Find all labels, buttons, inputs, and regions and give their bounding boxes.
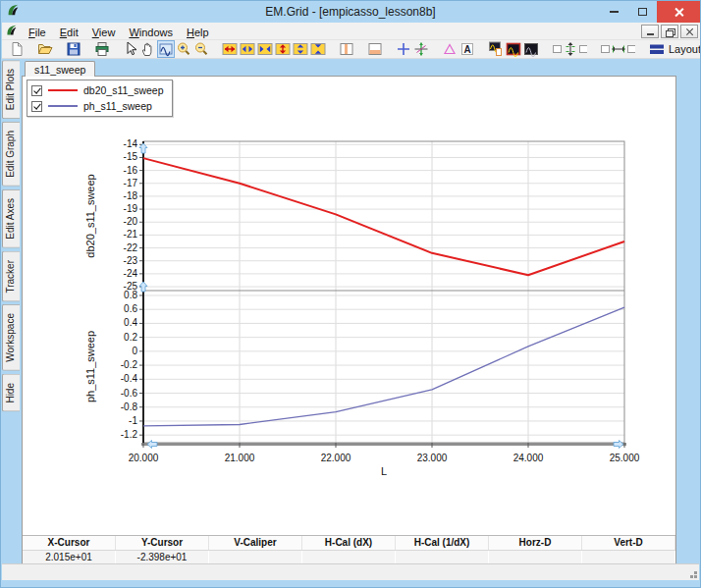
svg-text:-21: -21 bbox=[124, 229, 138, 240]
chart-canvas[interactable]: db20_s11_sweepph_s11_sweep -14-15-16-17-… bbox=[23, 77, 675, 535]
check-icon bbox=[33, 85, 40, 93]
compress-y-icon[interactable] bbox=[309, 40, 327, 58]
check-icon bbox=[33, 101, 40, 109]
compress-x-icon[interactable] bbox=[256, 40, 274, 58]
resize-grip[interactable] bbox=[694, 575, 697, 578]
sidebar-tab-edit-axes[interactable]: Edit Axes bbox=[2, 189, 20, 248]
cursor-table-header-cell: Vert-D bbox=[582, 536, 675, 550]
chart[interactable]: -14-15-16-17-18-19-20-21-22-23-24-250.80… bbox=[23, 77, 675, 535]
menu-help[interactable]: Help bbox=[180, 26, 216, 39]
document-logo-icon bbox=[5, 23, 18, 40]
mdi-close-button[interactable] bbox=[680, 25, 698, 38]
graph-plain-icon[interactable] bbox=[522, 40, 540, 58]
expand-x-icon[interactable] bbox=[239, 40, 256, 58]
cursor-table-header-cell: Y-Cursor bbox=[116, 536, 209, 550]
svg-text:-19: -19 bbox=[124, 203, 138, 214]
sidebar-tab-edit-graph[interactable]: Edit Graph bbox=[2, 122, 20, 187]
cursor-table-header-cell: H-Cal (dX) bbox=[302, 536, 396, 550]
split-columns-icon[interactable] bbox=[338, 40, 355, 58]
app-window: EM.Grid - [empicasso_lesson8b] FileEditV… bbox=[0, 0, 701, 588]
svg-text:-0.8: -0.8 bbox=[121, 401, 138, 412]
sidebar-tab-hide[interactable]: Hide bbox=[2, 374, 20, 412]
legend-checkbox[interactable] bbox=[31, 101, 42, 112]
open-file-icon[interactable] bbox=[36, 40, 54, 58]
graph-marker-icon[interactable] bbox=[487, 40, 505, 58]
mdi-minimize-button[interactable] bbox=[641, 25, 659, 38]
svg-text:0.8: 0.8 bbox=[124, 290, 137, 300]
close-button[interactable] bbox=[657, 1, 700, 23]
svg-text:A: A bbox=[463, 44, 470, 55]
plot-pane: db20_s11_sweepph_s11_sweep -14-15-16-17-… bbox=[22, 76, 676, 564]
pan-hand-icon[interactable] bbox=[139, 40, 157, 58]
cursor-cross-icon[interactable] bbox=[395, 40, 412, 58]
zoom-in-icon[interactable] bbox=[175, 40, 192, 58]
fit-x-icon[interactable] bbox=[221, 40, 239, 58]
svg-text:0: 0 bbox=[132, 346, 137, 356]
legend-line-swatch bbox=[48, 89, 78, 91]
window-title: EM.Grid - [empicasso_lesson8b] bbox=[1, 5, 700, 19]
minimize-icon bbox=[610, 11, 619, 13]
cursor-table-header-cell: V-Caliper bbox=[209, 536, 302, 550]
menu-edit[interactable]: Edit bbox=[53, 26, 85, 39]
tab-s11-sweep[interactable]: s11_sweep bbox=[25, 61, 95, 77]
legend-label: ph_s11_sweep bbox=[83, 100, 152, 112]
mdi-restore-button[interactable] bbox=[661, 25, 678, 38]
layout-dropdown[interactable]: Layout bbox=[650, 42, 701, 56]
svg-text:-0.4: -0.4 bbox=[121, 373, 138, 384]
svg-text:22.000: 22.000 bbox=[321, 453, 351, 463]
graph-red-icon[interactable] bbox=[505, 40, 522, 58]
legend-line-swatch bbox=[48, 105, 78, 107]
svg-text:-1: -1 bbox=[129, 415, 137, 426]
sidebar-tab-workspace[interactable]: Workspace bbox=[2, 304, 20, 371]
document-area: s11_sweep db20_s11_sweepph_s11_sweep -14… bbox=[22, 59, 676, 564]
cursor-table: X-CursorY-CursorV-CaliperH-Cal (dX)H-Cal… bbox=[23, 535, 675, 563]
svg-text:-20: -20 bbox=[124, 216, 138, 227]
new-file-icon[interactable] bbox=[8, 40, 26, 58]
sidebar-tab-edit-plots[interactable]: Edit Plots bbox=[2, 60, 20, 119]
fit-y-icon[interactable] bbox=[274, 40, 292, 58]
align-vertical-icon[interactable] bbox=[551, 40, 588, 58]
menu-bar: FileEditViewWindowsHelp bbox=[2, 23, 701, 40]
svg-text:-22: -22 bbox=[124, 242, 138, 253]
svg-text:23.000: 23.000 bbox=[417, 453, 448, 463]
legend-entry: ph_s11_sweep bbox=[31, 98, 164, 114]
mdi-restore-icon bbox=[666, 28, 674, 35]
svg-text:-23: -23 bbox=[124, 255, 138, 266]
cursor-table-value-cell: 2.015e+01 bbox=[23, 551, 116, 564]
svg-text:L: L bbox=[381, 465, 387, 477]
legend-label: db20_s11_sweep bbox=[83, 84, 164, 96]
save-icon[interactable] bbox=[65, 40, 82, 58]
svg-text:0.2: 0.2 bbox=[124, 332, 137, 343]
mdi-controls bbox=[641, 25, 698, 38]
expand-y-icon[interactable] bbox=[292, 40, 309, 58]
toolbar: A Layout bbox=[2, 40, 701, 59]
mdi-minimize-icon bbox=[647, 33, 654, 35]
status-bar bbox=[2, 563, 699, 580]
menu-file[interactable]: File bbox=[22, 26, 53, 39]
menu-windows[interactable]: Windows bbox=[122, 26, 180, 39]
align-horizontal-icon[interactable] bbox=[599, 40, 636, 58]
minimize-button[interactable] bbox=[600, 1, 628, 23]
zoom-out-icon[interactable] bbox=[192, 40, 210, 58]
svg-text:24.000: 24.000 bbox=[513, 453, 544, 463]
menu-view[interactable]: View bbox=[85, 26, 123, 39]
pointer-icon[interactable] bbox=[122, 40, 139, 58]
svg-text:0.6: 0.6 bbox=[124, 303, 137, 314]
svg-text:-17: -17 bbox=[124, 178, 138, 188]
maximize-button[interactable] bbox=[628, 1, 657, 23]
tracker-icon[interactable] bbox=[412, 40, 430, 58]
layout-label: Layout bbox=[669, 43, 701, 55]
cursor-table-value-cell bbox=[582, 551, 675, 564]
svg-text:-16: -16 bbox=[124, 165, 138, 176]
legend-checkbox[interactable] bbox=[31, 85, 42, 96]
zoom-window-icon[interactable] bbox=[157, 40, 175, 58]
tab-bar: s11_sweep bbox=[22, 59, 676, 76]
caliper-icon[interactable] bbox=[441, 40, 458, 58]
close-icon bbox=[674, 7, 684, 18]
cursor-table-value-cell bbox=[396, 551, 489, 564]
sidebar-tab-tracker[interactable]: Tracker bbox=[2, 251, 20, 302]
split-rows-icon[interactable] bbox=[366, 40, 384, 58]
text-label-icon[interactable]: A bbox=[458, 40, 476, 58]
sidebar: Edit PlotsEdit GraphEdit AxesTrackerWork… bbox=[2, 60, 22, 412]
print-icon[interactable] bbox=[93, 40, 111, 58]
